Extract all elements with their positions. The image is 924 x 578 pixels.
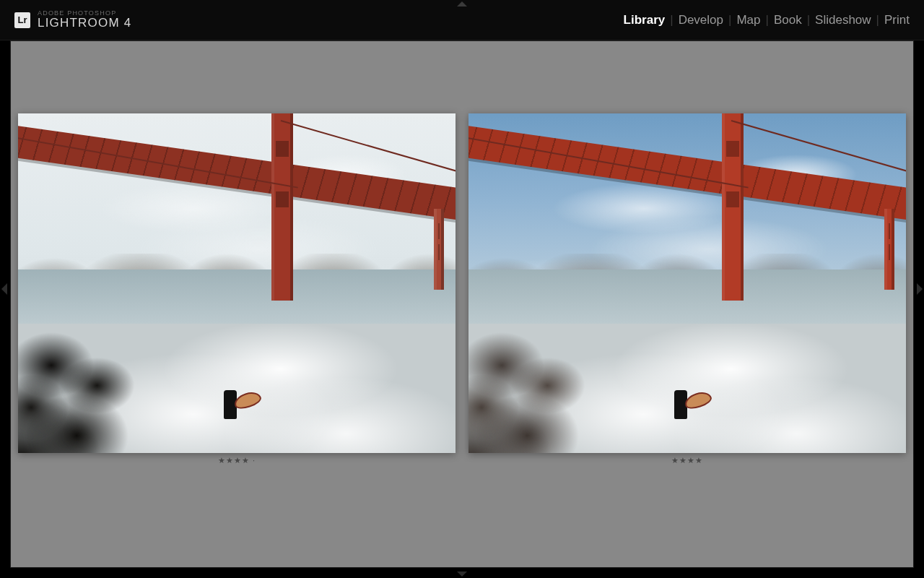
module-separator: |: [665, 13, 678, 27]
brand-line-2: LIGHTROOM 4: [38, 17, 131, 30]
bridge-tower-near: [271, 113, 293, 301]
main-canvas: ★★★★ · ★★★★: [10, 40, 914, 568]
compare-before-column: ★★★★ ·: [18, 113, 456, 475]
module-separator: |: [723, 13, 736, 27]
module-separator: |: [802, 13, 815, 27]
chevron-down-icon[interactable]: [457, 571, 467, 577]
module-develop[interactable]: Develop: [679, 12, 723, 29]
photo-rocks: [18, 311, 254, 453]
compare-after-column: ★★★★: [468, 113, 906, 475]
module-separator: |: [871, 13, 884, 27]
rating-stars-before[interactable]: ★★★★ ·: [218, 456, 256, 465]
chevron-up-icon[interactable]: [457, 1, 467, 7]
module-map[interactable]: Map: [736, 12, 760, 29]
module-print[interactable]: Print: [884, 12, 910, 29]
module-library[interactable]: Library: [624, 12, 666, 29]
app-logo-icon: Lr: [14, 12, 30, 28]
photo-rocks: [468, 311, 705, 453]
module-slideshow[interactable]: Slideshow: [815, 12, 871, 29]
module-picker: Library| Develop| Map| Book| Slideshow| …: [624, 12, 910, 29]
compare-before-photo[interactable]: [18, 113, 456, 453]
module-separator: |: [761, 13, 774, 27]
bridge-tower-far: [884, 209, 894, 290]
chevron-right-icon[interactable]: [917, 283, 923, 295]
module-book[interactable]: Book: [774, 12, 802, 29]
identity-plate: ADOBE PHOTOSHOP LIGHTROOM 4: [38, 10, 131, 30]
rating-stars-after[interactable]: ★★★★: [671, 456, 703, 465]
bridge-tower-far: [434, 209, 444, 290]
photo-surfer: [674, 390, 687, 419]
chevron-left-icon[interactable]: [1, 283, 7, 295]
compare-view: ★★★★ · ★★★★: [18, 113, 906, 475]
compare-after-photo[interactable]: [468, 113, 906, 453]
bridge-tower-near: [722, 113, 744, 301]
identity-plate-bar: Lr ADOBE PHOTOSHOP LIGHTROOM 4 Library| …: [0, 0, 924, 40]
photo-surfer: [224, 390, 237, 419]
